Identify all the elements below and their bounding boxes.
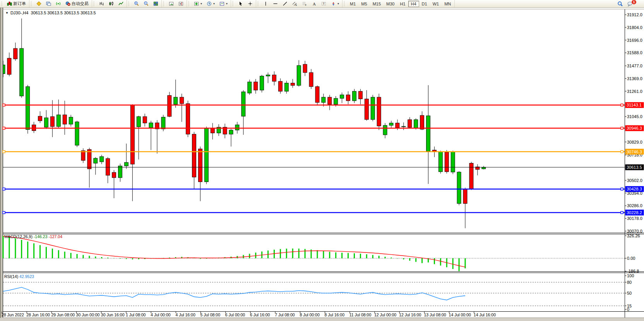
candle-body[interactable]	[14, 48, 17, 59]
horizontal-line-button[interactable]	[271, 0, 280, 7]
candle-body[interactable]	[94, 158, 98, 163]
candle-body[interactable]	[38, 116, 42, 121]
timeframe-mn-button[interactable]: MN	[442, 1, 454, 7]
text-button[interactable]: A	[310, 0, 319, 7]
candle-body[interactable]	[254, 82, 258, 90]
candle-body[interactable]	[457, 172, 461, 203]
candle-body[interactable]	[297, 65, 301, 86]
candle-body[interactable]	[396, 123, 399, 128]
chevron-down-icon[interactable]: ▼	[5, 11, 9, 15]
candle-body[interactable]	[130, 105, 134, 164]
candle-body[interactable]	[438, 152, 442, 172]
candle-body[interactable]	[112, 172, 116, 178]
text-label-button[interactable]: T	[319, 0, 328, 7]
toolbar-grip[interactable]	[31, 1, 33, 6]
candle-body[interactable]	[445, 152, 449, 172]
candle-body[interactable]	[451, 152, 455, 172]
chart-profile-button[interactable]	[34, 0, 43, 7]
candle-body[interactable]	[346, 95, 350, 101]
candle-body[interactable]	[248, 82, 252, 93]
candle-body[interactable]	[229, 130, 233, 134]
candle-body[interactable]	[242, 92, 245, 116]
line-handle[interactable]	[3, 188, 5, 190]
line-chart-button[interactable]	[116, 0, 125, 7]
candle-body[interactable]	[26, 87, 30, 130]
candle-body[interactable]	[260, 76, 264, 90]
candle-body[interactable]	[377, 97, 381, 126]
candle-body[interactable]	[186, 104, 190, 134]
candle-body[interactable]	[204, 128, 208, 182]
vertical-line-button[interactable]	[261, 0, 270, 7]
candle-body[interactable]	[211, 128, 214, 133]
timeframe-m1-button[interactable]: M1	[347, 1, 358, 7]
candle-body[interactable]	[463, 189, 467, 203]
line-handle[interactable]	[621, 151, 623, 153]
chat-button[interactable]: 1	[625, 0, 641, 7]
candle-body[interactable]	[50, 117, 54, 127]
indicators-button[interactable]: ▾	[192, 0, 204, 7]
crosshair-button[interactable]	[246, 0, 255, 7]
line-handle[interactable]	[3, 151, 5, 153]
candle-body[interactable]	[383, 125, 387, 135]
search-button[interactable]	[615, 0, 625, 7]
auto-scroll-button[interactable]	[167, 0, 176, 7]
candle-body[interactable]	[137, 117, 140, 127]
candle-body[interactable]	[469, 163, 473, 189]
toolbar-grip[interactable]	[128, 1, 131, 6]
candle-body[interactable]	[63, 115, 67, 124]
candle-body[interactable]	[69, 117, 73, 124]
candle-body[interactable]	[291, 83, 295, 86]
candle-body[interactable]	[352, 91, 356, 101]
signals-button[interactable]	[54, 0, 63, 7]
bars-chart-button[interactable]	[97, 0, 106, 7]
candle-body[interactable]	[278, 81, 282, 91]
chart-canvas[interactable]: 31912.031804.031696.031588.031477.031369…	[0, 0, 644, 321]
timeframe-h1-button[interactable]: H1	[397, 1, 408, 7]
candle-body[interactable]	[408, 120, 412, 127]
timeframe-w1-button[interactable]: W1	[430, 1, 442, 7]
candle-body[interactable]	[284, 83, 288, 91]
line-handle[interactable]	[621, 127, 623, 129]
candle-body[interactable]	[272, 75, 276, 81]
timeframe-m15-button[interactable]: M15	[370, 1, 384, 7]
candle-body[interactable]	[315, 87, 319, 103]
candle-body[interactable]	[328, 97, 332, 104]
candle-body[interactable]	[420, 115, 424, 129]
line-handle[interactable]	[3, 127, 5, 129]
tile-windows-button[interactable]	[151, 0, 160, 7]
candle-body[interactable]	[44, 118, 48, 127]
line-handle[interactable]	[3, 104, 5, 106]
candle-body[interactable]	[7, 58, 11, 74]
candle-body[interactable]	[124, 162, 128, 166]
timeframe-d1-button[interactable]: D1	[419, 1, 430, 7]
toolbar-grip[interactable]	[233, 1, 235, 6]
templates-button[interactable]: ▾	[218, 0, 230, 7]
toolbar-grip[interactable]	[188, 1, 191, 6]
candle-body[interactable]	[168, 95, 171, 116]
toolbar-grip[interactable]	[2, 1, 4, 6]
toolbar-grip[interactable]	[344, 1, 346, 6]
line-handle[interactable]	[621, 188, 623, 190]
line-handle[interactable]	[621, 211, 623, 214]
candle-body[interactable]	[161, 117, 165, 129]
timeframe-h4-button[interactable]: H4	[408, 1, 419, 7]
toolbar-grip[interactable]	[258, 1, 260, 6]
fibonacci-button[interactable]: F	[300, 0, 309, 7]
candle-body[interactable]	[75, 122, 79, 145]
candle-body[interactable]	[365, 99, 368, 120]
candle-body[interactable]	[309, 72, 313, 86]
candle-body[interactable]	[174, 97, 178, 104]
zoom-in-button[interactable]	[132, 0, 141, 7]
candle-body[interactable]	[106, 158, 110, 175]
chart-shift-button[interactable]	[176, 0, 185, 7]
candle-body[interactable]	[426, 116, 430, 151]
arrows-button[interactable]: ▾	[329, 0, 341, 7]
candle-body[interactable]	[235, 125, 239, 130]
candle-body[interactable]	[303, 64, 307, 72]
window-layout-button[interactable]	[44, 0, 53, 7]
auto-trading-button[interactable]: 自动交易	[63, 0, 91, 7]
candle-body[interactable]	[198, 149, 202, 182]
new-order-button[interactable]: 新订单	[5, 0, 28, 7]
timeframe-m30-button[interactable]: M30	[384, 1, 397, 7]
candle-body[interactable]	[334, 98, 338, 104]
